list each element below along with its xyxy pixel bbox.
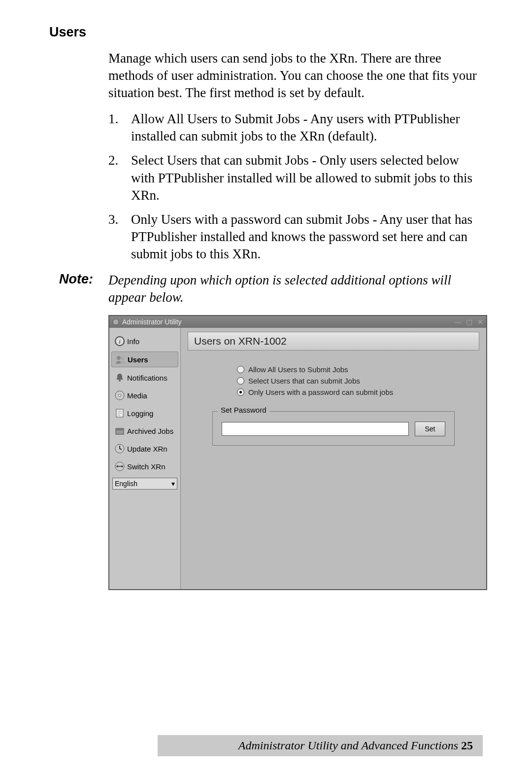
sidebar: i Info Users Notifications Media L — [109, 328, 181, 589]
list-item: 3.Only Users with a password can submit … — [108, 211, 483, 263]
radio-password-users[interactable]: Only Users with a password can submit jo… — [237, 388, 479, 396]
sidebar-item-media[interactable]: Media — [111, 388, 178, 403]
radio-select-users[interactable]: Select Users that can submit Jobs — [237, 377, 479, 385]
radio-label: Allow All Users to Submit Jobs — [248, 365, 348, 374]
list-item-text: Only Users with a password can submit Jo… — [131, 211, 483, 263]
sidebar-item-label: Logging — [127, 409, 153, 418]
radio-label: Only Users with a password can submit jo… — [248, 388, 393, 396]
set-password-fieldset: Set Password Set — [212, 411, 455, 446]
users-icon — [115, 354, 126, 365]
sidebar-item-label: Update XRn — [127, 445, 167, 453]
sidebar-item-label: Media — [127, 391, 147, 400]
numbered-list: 1.Allow All Users to Submit Jobs - Any u… — [108, 110, 483, 263]
svg-point-7 — [119, 394, 121, 397]
set-button[interactable]: Set — [415, 422, 445, 436]
section-heading: Users — [49, 25, 483, 40]
content-header: Users on XRN-1002 — [188, 332, 479, 351]
list-item: 1.Allow All Users to Submit Jobs - Any u… — [108, 110, 483, 145]
list-item-text: Allow All Users to Submit Jobs - Any use… — [131, 110, 483, 145]
list-item-text: Select Users that can submit Jobs - Only… — [131, 152, 483, 204]
sidebar-item-label: Info — [127, 337, 139, 346]
language-select[interactable]: English ▾ — [112, 478, 177, 490]
page-number: 25 — [461, 739, 473, 752]
svg-point-4 — [121, 357, 124, 360]
sidebar-item-label: Users — [128, 355, 148, 364]
sidebar-item-notifications[interactable]: Notifications — [111, 370, 178, 385]
password-input[interactable] — [222, 422, 409, 436]
maximize-button[interactable]: ▢ — [466, 318, 472, 326]
close-button[interactable]: ✕ — [477, 318, 483, 326]
svg-rect-13 — [116, 428, 124, 430]
note-text: Depending upon which option is selected … — [108, 272, 483, 306]
radio-icon — [237, 377, 244, 385]
sidebar-item-info[interactable]: i Info — [111, 334, 178, 349]
sidebar-item-archived-jobs[interactable]: Archived Jobs — [111, 423, 178, 438]
window-title: Administrator Utility — [122, 318, 182, 326]
switch-icon — [114, 461, 125, 472]
log-icon — [114, 408, 125, 419]
update-icon — [114, 443, 125, 454]
svg-point-0 — [113, 319, 119, 325]
radio-allow-all[interactable]: Allow All Users to Submit Jobs — [237, 365, 479, 374]
fieldset-legend: Set Password — [218, 406, 269, 414]
svg-point-3 — [117, 356, 121, 360]
archive-icon — [114, 425, 125, 436]
bell-icon — [114, 372, 125, 383]
language-value: English — [115, 480, 137, 488]
info-icon: i — [114, 336, 125, 347]
radio-label: Select Users that can submit Jobs — [248, 377, 360, 385]
content-pane: Users on XRN-1002 Allow All Users to Sub… — [181, 328, 486, 589]
sidebar-item-label: Notifications — [127, 374, 167, 382]
sidebar-item-update-xrn[interactable]: Update XRn — [111, 441, 178, 456]
radio-group: Allow All Users to Submit Jobs Select Us… — [237, 365, 479, 396]
sidebar-item-logging[interactable]: Logging — [111, 406, 178, 421]
disc-icon — [114, 390, 125, 401]
admin-utility-window: Administrator Utility — ▢ ✕ i Info Users — [108, 315, 487, 590]
footer-text: Administrator Utility and Advanced Funct… — [238, 739, 458, 752]
sidebar-item-label: Archived Jobs — [127, 427, 173, 435]
sidebar-item-switch-xrn[interactable]: Switch XRn — [111, 459, 178, 474]
sidebar-item-users[interactable]: Users — [111, 352, 178, 367]
page-footer: Administrator Utility and Advanced Funct… — [158, 735, 483, 756]
intro-paragraph: Manage which users can send jobs to the … — [108, 50, 483, 102]
window-titlebar: Administrator Utility — ▢ ✕ — [109, 316, 486, 328]
svg-point-5 — [119, 380, 121, 382]
list-item: 2.Select Users that can submit Jobs - On… — [108, 152, 483, 204]
minimize-button[interactable]: — — [454, 318, 461, 326]
chevron-down-icon: ▾ — [171, 480, 175, 488]
sidebar-item-label: Switch XRn — [127, 462, 166, 471]
radio-icon — [237, 366, 244, 373]
svg-text:i: i — [119, 338, 121, 345]
radio-icon — [237, 388, 244, 396]
app-icon — [112, 318, 119, 325]
note-label: Note: — [59, 272, 108, 287]
